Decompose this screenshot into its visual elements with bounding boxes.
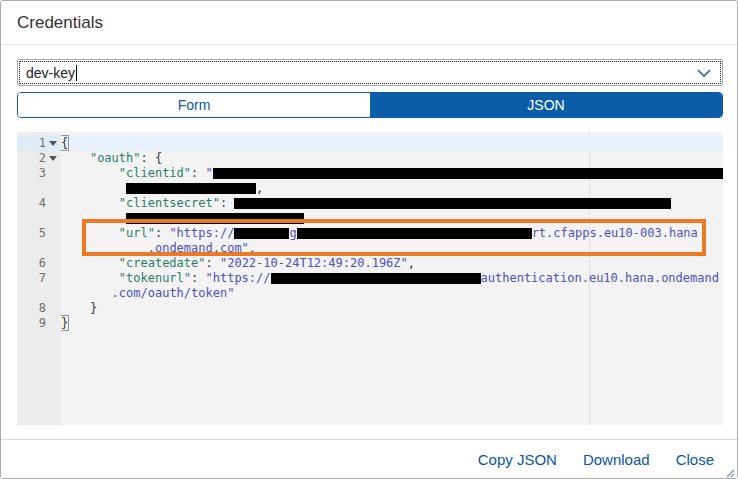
dialog-title: Credentials — [17, 13, 103, 33]
fold-slot — [46, 211, 59, 226]
fold-slot — [46, 286, 59, 301]
code-token: "url" — [119, 226, 155, 240]
code-token: "2022-10-24T12:49:20.196Z" — [220, 256, 408, 270]
gutter-rows: 123456789 — [17, 132, 61, 425]
code-line[interactable]: "clientsecret": — [61, 196, 723, 211]
fold-slot — [46, 301, 59, 316]
tab-json[interactable]: JSON — [370, 93, 722, 117]
key-name-combobox[interactable]: dev-key — [17, 59, 723, 86]
gutter-row: 6 — [17, 256, 61, 271]
resize-grip-icon[interactable] — [723, 464, 735, 476]
code-token: g — [289, 226, 296, 240]
code-token: authentication.eu10.hana.ondemand — [481, 271, 719, 285]
code-token: "tokenurl" — [119, 271, 191, 285]
fold-toggle-icon[interactable] — [46, 136, 59, 151]
code-token: .com/oauth/token" — [112, 286, 235, 300]
dialog-header: Credentials — [1, 1, 737, 45]
close-button[interactable]: Close — [676, 449, 714, 470]
code-token — [61, 286, 112, 300]
code-token: { — [61, 136, 68, 150]
tab-form[interactable]: Form — [18, 93, 370, 117]
code-token: .ondemand.com" — [148, 241, 249, 255]
line-number: 7 — [39, 271, 46, 286]
text-cursor — [76, 65, 77, 81]
line-number: 4 — [39, 196, 46, 211]
code-token — [61, 211, 126, 225]
code-line[interactable]: "clientid": " — [61, 166, 723, 181]
line-number: 5 — [39, 226, 46, 241]
code-rows[interactable]: { "oauth": { "clientid": " , "clientsecr… — [61, 132, 723, 425]
fold-slot — [46, 196, 59, 211]
code-token — [61, 196, 119, 210]
gutter-row — [17, 286, 61, 301]
code-token: } — [61, 316, 68, 330]
code-token — [61, 256, 119, 270]
code-token: : — [191, 166, 205, 180]
code-token — [61, 241, 148, 255]
code-line[interactable]: { — [61, 136, 723, 151]
copy-json-button[interactable]: Copy JSON — [478, 449, 557, 470]
code-token: "oauth" — [90, 151, 141, 165]
code-token — [61, 151, 90, 165]
fold-slot — [46, 256, 59, 271]
code-token: "clientid" — [119, 166, 191, 180]
code-token: rt.cfapps.eu10-003.hana — [532, 226, 698, 240]
code-token: "https:// — [206, 271, 271, 285]
code-token: , — [408, 256, 415, 270]
code-token — [61, 226, 119, 240]
code-token: , — [249, 241, 256, 255]
code-line[interactable]: .com/oauth/token" — [61, 286, 723, 301]
fold-slot — [46, 316, 59, 331]
code-token: "https:// — [169, 226, 234, 240]
code-line[interactable]: "tokenurl": "https://authentication.eu10… — [61, 271, 723, 286]
gutter-row — [17, 211, 61, 226]
fold-toggle-icon[interactable] — [46, 151, 59, 166]
code-line[interactable]: , — [61, 181, 723, 196]
code-line[interactable]: "createdate": "2022-10-24T12:49:20.196Z"… — [61, 256, 723, 271]
redaction-bar — [297, 228, 532, 239]
fold-slot — [46, 166, 59, 181]
redaction-bar — [234, 228, 289, 239]
gutter-row: 4 — [17, 196, 61, 211]
gutter-row: 2 — [17, 151, 61, 166]
redaction-bar — [126, 183, 256, 194]
code-line[interactable]: } — [61, 316, 723, 331]
line-number: 3 — [39, 166, 46, 181]
code-line[interactable]: "oauth": { — [61, 151, 723, 166]
code-token — [61, 166, 119, 180]
gutter-row — [17, 181, 61, 196]
chevron-down-icon[interactable] — [695, 65, 713, 81]
gutter-row: 9 — [17, 316, 61, 331]
code-token — [61, 301, 90, 315]
download-button[interactable]: Download — [583, 449, 650, 470]
code-token: "createdate" — [119, 256, 206, 270]
code-editor[interactable]: 123456789 { "oauth": { "clientid": " , "… — [17, 132, 723, 425]
code-token: : — [206, 256, 220, 270]
code-line[interactable]: "url": "https://grt.cfapps.eu10-003.hana — [61, 226, 723, 241]
combobox-value: dev-key — [26, 65, 75, 81]
fold-slot — [46, 241, 59, 256]
dialog-footer: Copy JSON Download Close — [1, 439, 737, 478]
line-number: 9 — [39, 316, 46, 331]
redaction-bar — [271, 273, 481, 284]
line-number: 1 — [39, 136, 46, 151]
code-line[interactable]: .ondemand.com", — [61, 241, 723, 256]
redaction-bar — [234, 198, 671, 209]
code-token: " — [206, 166, 213, 180]
gutter-row — [17, 241, 61, 256]
code-line[interactable]: } — [61, 301, 723, 316]
code-token: : — [191, 271, 205, 285]
credentials-dialog: Credentials dev-key Form JSON 123456789 … — [0, 0, 738, 479]
line-number: 2 — [39, 151, 46, 166]
view-toggle: Form JSON — [17, 92, 723, 118]
gutter-row: 1 — [17, 136, 61, 151]
code-token — [61, 181, 126, 195]
fold-slot — [46, 181, 59, 196]
redaction-bar — [213, 168, 723, 179]
code-token: : — [220, 196, 234, 210]
fold-slot — [46, 271, 59, 286]
gutter-row: 8 — [17, 301, 61, 316]
gutter-row: 5 — [17, 226, 61, 241]
code-line[interactable] — [61, 211, 723, 226]
code-token: : — [155, 226, 169, 240]
